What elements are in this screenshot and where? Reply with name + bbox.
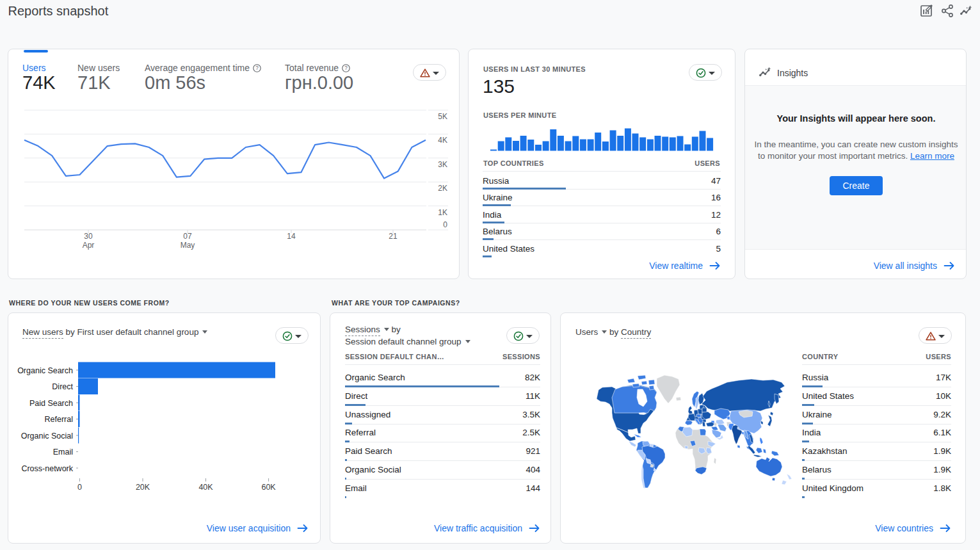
svg-text:0: 0 (77, 483, 82, 492)
svg-text:Organic Social: Organic Social (21, 432, 73, 441)
svg-text:Email: Email (53, 448, 73, 457)
svg-text:3K: 3K (438, 160, 447, 169)
svg-text:14: 14 (287, 232, 296, 241)
svg-text:May: May (181, 241, 195, 250)
svg-text:20K: 20K (136, 483, 150, 492)
svg-text:Apr: Apr (83, 241, 95, 250)
svg-text:5K: 5K (438, 112, 447, 121)
svg-text:Cross-network: Cross-network (21, 464, 73, 473)
svg-text:60K: 60K (261, 483, 276, 492)
svg-text:40K: 40K (198, 483, 213, 492)
svg-text:2K: 2K (438, 184, 447, 193)
svg-text:Organic Search: Organic Search (17, 366, 73, 375)
svg-text:21: 21 (389, 232, 398, 241)
svg-text:Referral: Referral (45, 415, 73, 424)
svg-text:0: 0 (443, 220, 447, 229)
svg-text:Paid Search: Paid Search (29, 399, 73, 408)
svg-text:4K: 4K (438, 136, 447, 145)
svg-text:07: 07 (183, 232, 192, 241)
svg-text:30: 30 (84, 232, 93, 241)
svg-text:Direct: Direct (52, 382, 73, 391)
svg-text:1K: 1K (438, 208, 447, 217)
